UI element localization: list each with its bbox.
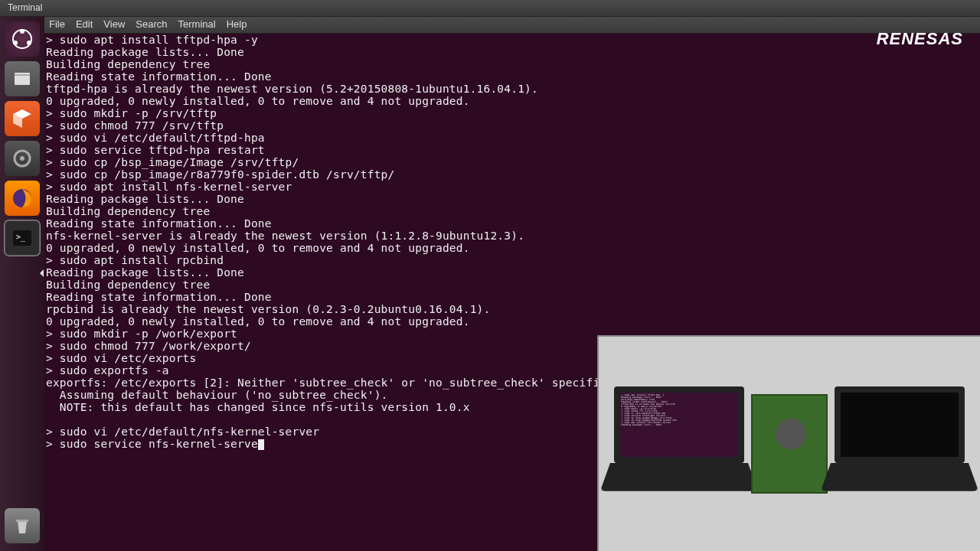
menu-search[interactable]: Search [136,18,167,31]
firefox-icon[interactable] [5,181,40,216]
svg-rect-5 [15,74,30,76]
settings-icon[interactable] [5,141,40,176]
window-titlebar: Terminal [0,0,980,17]
terminal-menubar: File Edit View Search Terminal Help [44,17,980,34]
svg-point-1 [20,29,24,34]
svg-point-2 [13,41,18,45]
active-app-indicator [40,269,44,277]
window-title: Terminal [8,2,42,13]
renesas-logo: RENESAS [877,29,963,49]
menu-file[interactable]: File [49,18,65,31]
laptop-right [828,386,972,501]
picture-in-picture-overlay: > sudo apt install tftpd-hpa -yReading p… [597,335,980,551]
software-center-icon[interactable] [5,101,40,136]
terminal-icon[interactable]: >_ [5,220,40,256]
files-icon[interactable] [5,61,40,96]
trash-icon[interactable] [5,508,40,543]
menu-help[interactable]: Help [227,18,247,31]
svg-point-7 [20,156,24,161]
svg-rect-11 [16,520,28,522]
laptop-left: > sudo apt install tftpd-hpa -yReading p… [606,386,751,501]
dash-icon[interactable] [5,21,40,57]
menu-terminal[interactable]: Terminal [178,18,216,31]
svg-point-3 [27,41,31,45]
svg-text:>_: >_ [16,233,26,242]
unity-launcher: >_ [0,17,44,551]
dev-board [751,394,828,494]
menu-edit[interactable]: Edit [76,18,93,31]
menu-view[interactable]: View [103,18,125,31]
